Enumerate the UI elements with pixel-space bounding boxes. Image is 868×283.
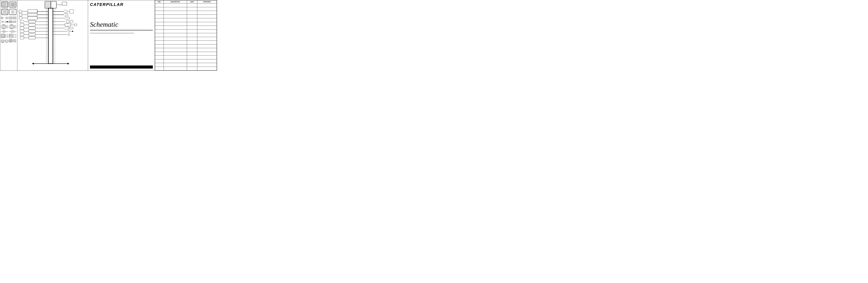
small-conn-1: [1, 17, 4, 20]
svg-point-246: [49, 7, 49, 7]
svg-point-210: [48, 2, 48, 3]
svg-point-41: [13, 3, 13, 3]
svg-point-215: [45, 3, 46, 4]
svg-rect-200: [11, 41, 12, 42]
svg-point-212: [50, 2, 50, 3]
title-divider-2: [90, 33, 134, 33]
svg-point-230: [46, 5, 47, 5]
svg-point-37: [10, 3, 10, 3]
date-col-header: DATE: [187, 0, 197, 3]
rev-cell-17-3: [197, 67, 217, 70]
svg-line-297: [66, 10, 68, 11]
svg-marker-122: [7, 17, 8, 19]
svg-point-204: [15, 40, 16, 41]
inline-conn-1: [1, 30, 8, 33]
revision-row-14: [155, 56, 217, 59]
rev-cell-12-2: [187, 48, 197, 52]
svg-point-90: [2, 10, 3, 10]
small-conn-3: [9, 17, 12, 20]
svg-point-237: [46, 6, 47, 6]
svg-point-34: [14, 2, 14, 2]
svg-point-89: [4, 11, 5, 12]
svg-point-51: [15, 4, 15, 4]
svg-point-40: [12, 3, 13, 3]
svg-point-39: [12, 3, 12, 3]
svg-point-10: [7, 2, 7, 3]
svg-rect-139: [8, 21, 8, 22]
svg-point-108: [11, 14, 11, 14]
caterpillar-logo: CATERPILLAR: [90, 2, 153, 7]
svg-marker-331: [67, 63, 69, 65]
svg-point-93: [7, 10, 7, 10]
rev-cell-1-2: [187, 7, 197, 11]
svg-point-216: [46, 3, 47, 4]
rev-cell-15-2: [187, 59, 197, 63]
svg-point-171: [12, 31, 12, 32]
svg-point-151: [5, 25, 5, 26]
svg-point-53: [10, 4, 10, 5]
desc-col-header: DESCRIPTION: [163, 0, 187, 3]
svg-rect-198: [11, 40, 12, 41]
large-connectors-side: [1, 8, 17, 15]
svg-point-78: [11, 7, 11, 7]
svg-point-114: [16, 14, 16, 14]
svg-point-211: [49, 2, 49, 3]
rev-cell-17-0: [155, 67, 164, 70]
svg-point-226: [50, 4, 50, 5]
svg-rect-285: [20, 30, 24, 33]
round-conn-2: [9, 24, 16, 29]
svg-point-129: [14, 18, 15, 18]
rev-cell-16-3: [197, 63, 217, 67]
svg-rect-283: [29, 30, 35, 33]
svg-rect-263: [19, 13, 22, 16]
rev-cell-12-3: [197, 48, 217, 52]
revision-row-8: [155, 33, 217, 37]
svg-rect-293: [20, 36, 24, 39]
rev-cell-12-0: [155, 48, 164, 52]
rev-cell-4-2: [187, 18, 197, 22]
rev-cell-6-1: [163, 26, 187, 30]
svg-rect-277: [20, 24, 24, 26]
svg-rect-0: [1, 1, 8, 7]
revision-row-1: [155, 7, 217, 11]
svg-point-32: [12, 2, 13, 2]
rev-cell-9-0: [155, 37, 164, 41]
svg-point-111: [13, 14, 13, 14]
revision-row-2: [155, 11, 217, 15]
svg-rect-143: [11, 21, 12, 22]
svg-point-2: [3, 3, 6, 6]
svg-point-205: [14, 41, 15, 42]
svg-rect-281: [20, 27, 24, 29]
revision-row-16: [155, 63, 217, 67]
small-connectors-row2: [1, 21, 17, 23]
svg-point-97: [7, 13, 7, 14]
svg-rect-179: [3, 36, 4, 37]
svg-point-131: [13, 18, 14, 19]
small-conn-5: [1, 21, 4, 23]
rev-cell-2-1: [163, 11, 187, 15]
svg-point-14: [2, 4, 3, 4]
svg-point-11: [2, 3, 3, 3]
svg-point-106: [16, 9, 16, 10]
rev-cell-3-1: [163, 14, 187, 18]
svg-rect-289: [20, 33, 24, 36]
svg-rect-127: [13, 17, 16, 19]
svg-point-81: [13, 7, 13, 7]
svg-rect-117: [1, 17, 3, 19]
svg-point-104: [14, 9, 14, 10]
svg-rect-137: [5, 21, 6, 23]
svg-point-103: [13, 9, 13, 10]
svg-line-298: [66, 11, 68, 13]
svg-point-16: [2, 5, 3, 5]
svg-point-91: [3, 10, 3, 10]
svg-point-92: [6, 10, 6, 10]
svg-rect-184: [11, 35, 12, 35]
rev-cell-0-1: [163, 3, 187, 7]
svg-point-243: [45, 7, 46, 7]
svg-point-67: [15, 5, 15, 5]
bottom-conn-3: [9, 39, 12, 43]
svg-point-218: [49, 3, 49, 4]
svg-point-112: [14, 14, 14, 14]
svg-point-242: [51, 6, 52, 6]
bottom-conn-2: [5, 39, 8, 43]
